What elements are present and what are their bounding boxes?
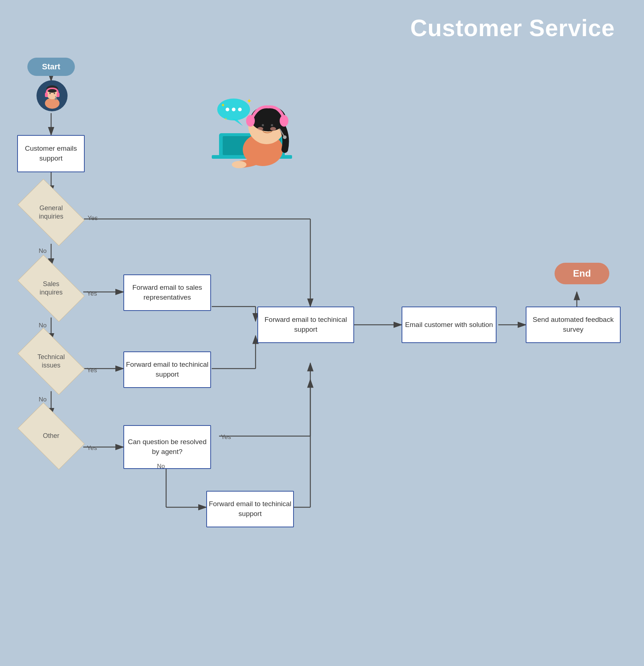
general-no-label: No (39, 247, 47, 255)
general-inquiries-diamond: General inquiries (22, 194, 80, 231)
illustration: ✦ ✦ + (190, 86, 314, 181)
sales-inquires-diamond: Sales inquires (22, 270, 80, 307)
can-resolve-yes-label: Yes (221, 434, 231, 441)
svg-point-30 (55, 98, 57, 100)
svg-point-25 (45, 98, 60, 109)
forward-sales-box: Forward email to sales representatives (123, 274, 211, 311)
send-survey-box: Send automated feedback survey (526, 307, 621, 343)
svg-point-48 (283, 135, 287, 139)
svg-point-41 (246, 115, 255, 127)
sales-yes-label: Yes (87, 290, 97, 297)
svg-point-42 (280, 115, 288, 127)
svg-point-32 (54, 93, 55, 94)
svg-text:+: + (225, 116, 227, 122)
svg-text:✦: ✦ (221, 102, 225, 108)
svg-point-49 (232, 161, 246, 168)
general-yes-label: Yes (88, 215, 98, 222)
svg-point-51 (226, 108, 229, 111)
svg-point-53 (238, 108, 242, 111)
svg-point-31 (49, 93, 51, 94)
other-diamond: Other (22, 418, 80, 454)
svg-rect-29 (57, 93, 60, 97)
svg-point-44 (271, 124, 273, 126)
svg-point-46 (270, 127, 276, 131)
technical-no-label: No (39, 396, 47, 403)
start-node: Start (27, 58, 75, 76)
other-yes-label: Yes (87, 444, 97, 452)
can-resolve-no-label: No (157, 463, 165, 470)
technical-yes-label: Yes (87, 367, 97, 374)
svg-point-43 (262, 124, 264, 126)
forward-tech-bottom-box: Forward email to techinical support (206, 491, 294, 527)
svg-point-52 (232, 108, 235, 111)
svg-text:✦: ✦ (246, 97, 252, 105)
svg-rect-28 (45, 93, 48, 97)
svg-point-45 (257, 127, 263, 131)
email-customer-box: Email customer with solution (402, 307, 497, 343)
page-title: Customer Service (410, 15, 615, 42)
customer-emails-box: Customer emails support (17, 135, 85, 172)
technical-issues-diamond: Technical issues (22, 343, 80, 380)
can-resolve-box: Can question be resolved by agent? (123, 425, 211, 469)
forward-tech-1-box: Forward email to techinical support (123, 351, 211, 388)
forward-tech-main-box: Forward email to techinical support (257, 307, 354, 343)
end-node: End (555, 263, 609, 284)
avatar-icon (37, 80, 68, 111)
